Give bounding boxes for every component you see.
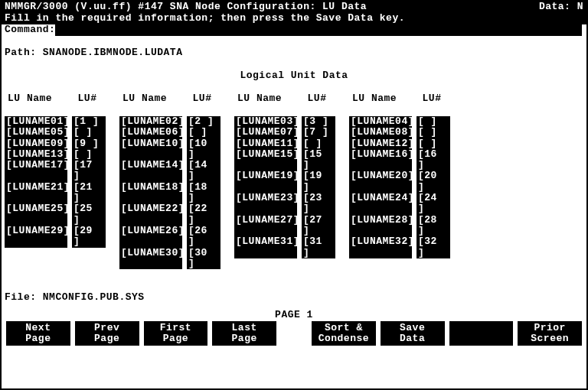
lu-number-field[interactable]: [20 ] <box>416 171 450 193</box>
lu-name-field[interactable]: [LUNAME20] <box>349 171 412 193</box>
lu-name-field[interactable]: [LUNAME24] <box>349 193 412 215</box>
fkey-button[interactable]: Sort &Condense <box>312 321 376 346</box>
lu-name-field[interactable]: [LUNAME02] <box>119 116 182 127</box>
lu-name-field[interactable]: [LUNAME26] <box>119 226 182 248</box>
command-input[interactable] <box>55 24 582 36</box>
col-header-num: LU# <box>300 93 334 105</box>
lu-number-field[interactable]: [7 ] <box>302 127 335 138</box>
lu-name-field[interactable]: [LUNAME21] <box>5 182 67 204</box>
lu-number-field[interactable]: [16 ] <box>416 149 450 171</box>
lu-entry: [LUNAME15][15 ] <box>234 149 335 171</box>
lu-column: [LUNAME02][2 ][LUNAME06][ ][LUNAME10][10… <box>119 116 220 269</box>
lu-name-field[interactable]: [LUNAME14] <box>119 160 182 182</box>
lu-entry: [LUNAME26][26 ] <box>119 226 220 248</box>
lu-name-field[interactable]: [LUNAME32] <box>349 236 412 258</box>
lu-name-field[interactable]: [LUNAME10] <box>119 138 182 161</box>
lu-number-field[interactable]: [32 ] <box>416 236 450 258</box>
lu-number-field[interactable]: [30 ] <box>187 248 220 270</box>
lu-name-field[interactable]: [LUNAME12] <box>349 138 412 149</box>
lu-number-field[interactable]: [15 ] <box>302 149 335 171</box>
lu-number-field[interactable]: [31 ] <box>302 236 335 258</box>
col-header-num: LU# <box>70 93 104 105</box>
lu-name-field[interactable]: [LUNAME09] <box>5 138 67 149</box>
lu-name-field[interactable]: [LUNAME05] <box>5 127 67 138</box>
lu-name-field[interactable]: [LUNAME23] <box>234 193 297 215</box>
lu-name-field[interactable]: [LUNAME31] <box>234 236 297 258</box>
lu-number-field[interactable]: [23 ] <box>302 193 335 215</box>
fkey-label-2: Condense <box>318 333 369 344</box>
lu-number-field[interactable]: [19 ] <box>302 171 335 193</box>
lu-number-field[interactable]: [2 ] <box>187 116 220 127</box>
fkey-button[interactable]: FirstPage <box>144 321 208 346</box>
lu-number-field[interactable]: [17 ] <box>72 160 106 182</box>
fkey-label-1: Prior <box>534 323 566 333</box>
lu-name-field[interactable]: [LUNAME25] <box>5 203 67 226</box>
fkey-button[interactable]: LastPage <box>212 321 276 346</box>
lu-entry: [LUNAME17][17 ] <box>5 160 106 182</box>
lu-entry: [LUNAME04][ ] <box>349 116 450 127</box>
lu-name-field[interactable]: [LUNAME22] <box>119 203 182 226</box>
lu-number-field[interactable]: [ ] <box>416 127 450 138</box>
lu-number-field[interactable]: [21 ] <box>72 182 106 204</box>
lu-name-field[interactable]: [LUNAME28] <box>349 215 412 237</box>
lu-name-field[interactable]: [LUNAME03] <box>234 116 297 127</box>
lu-name-field[interactable]: [LUNAME13] <box>5 149 67 160</box>
fkey-label-2: Data <box>400 333 425 344</box>
lu-entry: [LUNAME03][3 ] <box>234 116 335 127</box>
lu-number-field[interactable]: [ ] <box>72 149 106 160</box>
lu-number-field[interactable]: [28 ] <box>416 215 450 237</box>
app-title: NMMGR/3000 (V.uu.ff) #147 SNA Node Confi… <box>5 2 367 13</box>
lu-number-field[interactable]: [3 ] <box>302 116 335 127</box>
lu-name-field[interactable]: [LUNAME29] <box>5 226 67 248</box>
lu-number-field[interactable]: [1 ] <box>72 116 106 127</box>
lu-number-field[interactable]: [22 ] <box>187 203 220 226</box>
fkey-label-1: Last <box>232 323 257 333</box>
lu-column: [LUNAME01][1 ][LUNAME05][ ][LUNAME09][9 … <box>5 116 106 269</box>
lu-name-field[interactable]: [LUNAME27] <box>234 215 297 237</box>
fkey-button[interactable]: SaveData <box>381 321 445 346</box>
fkey-button[interactable] <box>449 321 514 346</box>
lu-name-field[interactable]: [LUNAME16] <box>349 149 412 171</box>
fkey-button[interactable]: PrevPage <box>75 321 139 346</box>
lu-number-field[interactable]: [ ] <box>72 127 106 138</box>
lu-number-field[interactable]: [18 ] <box>187 182 220 204</box>
lu-number-field[interactable]: [24 ] <box>416 193 450 215</box>
fkey-button[interactable]: NextPage <box>6 321 70 346</box>
lu-name-field[interactable]: [LUNAME19] <box>234 171 297 193</box>
col-header-num: LU# <box>185 93 219 105</box>
fkey-label-1: Next <box>25 323 51 333</box>
lu-number-field[interactable]: [27 ] <box>302 215 335 237</box>
lu-name-field[interactable]: [LUNAME30] <box>119 248 182 270</box>
lu-name-field[interactable]: [LUNAME17] <box>5 160 67 182</box>
lu-name-field[interactable]: [LUNAME04] <box>349 116 412 127</box>
fkey-label-2: Screen <box>531 333 569 344</box>
lu-number-field[interactable]: [10 ] <box>187 138 220 161</box>
lu-number-field[interactable]: [14 ] <box>187 160 220 182</box>
lu-number-field[interactable]: [ ] <box>187 127 220 138</box>
lu-number-field[interactable]: [ ] <box>416 138 450 149</box>
lu-entry: [LUNAME30][30 ] <box>119 248 220 270</box>
lu-number-field[interactable]: [ ] <box>416 116 450 127</box>
fkey-label-2: Page <box>94 333 119 344</box>
lu-name-field[interactable]: [LUNAME15] <box>234 149 297 171</box>
instruction-line: Fill in the required information; then p… <box>2 13 586 24</box>
lu-number-field[interactable]: [9 ] <box>72 138 106 149</box>
lu-number-field[interactable]: [25 ] <box>72 203 106 226</box>
col-header-name: LU Name <box>8 93 70 105</box>
lu-name-field[interactable]: [LUNAME11] <box>234 138 297 149</box>
col-header-name: LU Name <box>352 93 415 105</box>
lu-number-field[interactable]: [ ] <box>302 138 335 149</box>
lu-name-field[interactable]: [LUNAME18] <box>119 182 182 204</box>
lu-name-field[interactable]: [LUNAME06] <box>119 127 182 138</box>
fkey-button[interactable]: PriorScreen <box>518 321 582 346</box>
lu-entry: [LUNAME31][31 ] <box>234 236 335 258</box>
lu-name-field[interactable]: [LUNAME01] <box>5 116 67 127</box>
lu-entry: [LUNAME25][25 ] <box>5 203 106 226</box>
column-headers: LU NameLU# LU NameLU# LU NameLU# LU Name… <box>2 93 586 105</box>
lu-number-field[interactable]: [29 ] <box>72 226 106 248</box>
fkey-gap <box>281 321 307 346</box>
lu-entry: [LUNAME32][32 ] <box>349 236 450 258</box>
lu-number-field[interactable]: [26 ] <box>187 226 220 248</box>
lu-name-field[interactable]: [LUNAME07] <box>234 127 297 138</box>
lu-name-field[interactable]: [LUNAME08] <box>349 127 412 138</box>
